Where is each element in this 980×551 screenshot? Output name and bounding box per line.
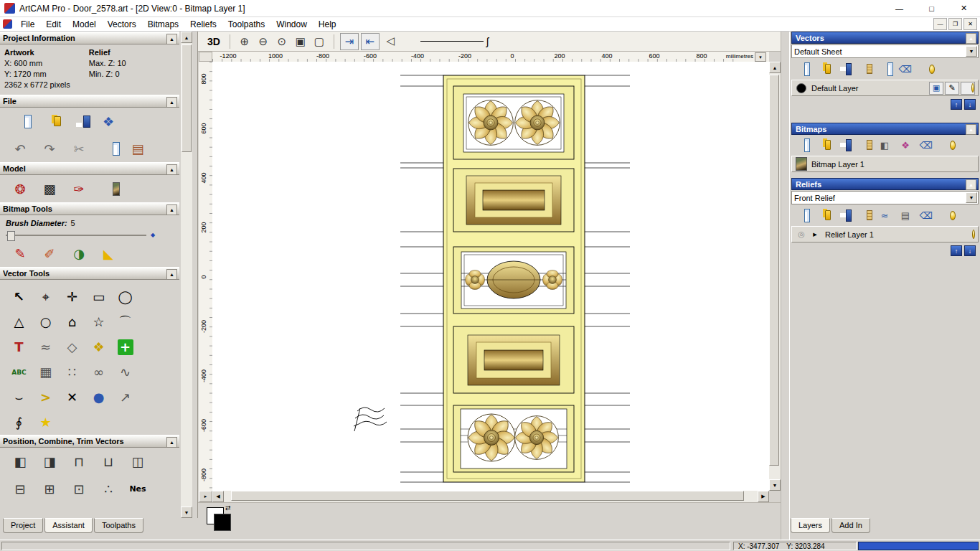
move-layer-up-button[interactable]: ↑ xyxy=(951,245,962,256)
file-section-header[interactable]: File ▲ xyxy=(0,95,179,108)
save-relief-icon[interactable] xyxy=(834,208,852,222)
dropdown-arrow-icon[interactable]: ▼ xyxy=(966,46,977,57)
collapse-bitmaps-button[interactable]: ▲ xyxy=(966,124,976,135)
paint-selective-icon[interactable]: ✐ xyxy=(38,242,61,264)
colour-palette-icon[interactable]: ◑ xyxy=(67,242,90,264)
sculpt-relief-icon[interactable]: ✑ xyxy=(67,178,90,199)
canvas-vertical-scrollbar[interactable]: ▲ ▼ xyxy=(769,62,781,491)
delete-bitmap-layer-icon[interactable]: ⌫ xyxy=(918,138,935,152)
collapse-reliefs-button[interactable]: ▲ xyxy=(966,179,976,190)
snap-prev-icon[interactable]: ⇤ xyxy=(361,33,380,50)
vertical-scroll-thumb[interactable] xyxy=(769,75,779,466)
zoom-objects-icon[interactable]: ▣ xyxy=(292,34,309,50)
mdi-minimize-button[interactable]: — xyxy=(933,18,947,30)
star-wizard-icon[interactable]: ★ xyxy=(32,410,59,435)
greyscale-relief-icon[interactable]: ▩ xyxy=(38,178,61,199)
dropdown-arrow-icon[interactable]: ▼ xyxy=(966,192,977,203)
save-model-icon[interactable] xyxy=(67,110,90,132)
align-top-icon[interactable]: ⊓ xyxy=(67,451,90,472)
tab-project[interactable]: Project xyxy=(3,518,43,533)
paste-icon[interactable] xyxy=(97,138,120,159)
scroll-down-button[interactable]: ▼ xyxy=(181,507,192,518)
text-on-curve-icon[interactable]: ≈ xyxy=(32,334,59,359)
canvas-horizontal-scrollbar[interactable]: ◀ ▶ xyxy=(212,491,769,502)
menu-edit[interactable]: Edit xyxy=(40,18,67,31)
expand-relief-layer-icon[interactable]: ▸ xyxy=(809,229,821,240)
redo-icon[interactable]: ↷ xyxy=(38,138,61,159)
scroll-up-button[interactable]: ▲ xyxy=(181,32,192,43)
combine-union-icon[interactable]: ⊟ xyxy=(9,478,32,499)
create-circle-icon[interactable]: ○ xyxy=(32,309,59,334)
scroll-left-button[interactable]: ◀ xyxy=(212,491,224,502)
fit-curves-icon[interactable]: ∿ xyxy=(112,359,138,385)
menu-toolpaths[interactable]: Toolpaths xyxy=(222,18,270,31)
save-bitmap-icon[interactable] xyxy=(834,138,852,152)
pan-split-button[interactable]: ▸ xyxy=(199,491,212,502)
menu-bitmaps[interactable]: Bitmaps xyxy=(142,18,184,31)
open-relief-icon[interactable] xyxy=(814,208,831,222)
relief-calculate-icon[interactable]: ▤ xyxy=(897,208,914,222)
collapse-vectors-button[interactable]: ▲ xyxy=(966,33,976,44)
sheet-stack-icon[interactable] xyxy=(855,62,872,76)
tab-assistant[interactable]: Assistant xyxy=(44,518,93,533)
vector-layer-visibility-icon[interactable] xyxy=(961,82,975,95)
relief-preview-icon[interactable] xyxy=(97,178,120,199)
join-vectors-icon[interactable]: ⌣ xyxy=(6,385,32,410)
tab-toolpaths[interactable]: Toolpaths xyxy=(94,518,143,533)
extrude-sphere-icon[interactable]: ● xyxy=(85,385,112,410)
create-text-icon[interactable]: T xyxy=(6,334,32,359)
vertical-scroll-track[interactable] xyxy=(769,73,781,479)
collapse-position-button[interactable]: ▲ xyxy=(166,437,177,448)
new-relief-layer-icon[interactable] xyxy=(793,208,810,222)
create-star-icon[interactable]: ☆ xyxy=(85,309,112,334)
menu-help[interactable]: Help xyxy=(313,18,342,31)
brush-slider-thumb[interactable] xyxy=(7,231,15,241)
snap-next-icon[interactable]: ⇥ xyxy=(340,33,359,50)
invert-relief-icon[interactable]: ❂ xyxy=(9,178,32,199)
collapse-model-button[interactable]: ▲ xyxy=(166,164,177,175)
notes-icon[interactable]: ▤ xyxy=(126,138,149,159)
ruler-units-dropdown[interactable]: ▼ xyxy=(755,52,766,62)
dot-pattern-icon[interactable]: ∷ xyxy=(59,359,85,385)
adjust-bitmap-icon[interactable]: ◧ xyxy=(876,138,893,152)
flood-fill-icon[interactable]: ◣ xyxy=(97,242,120,264)
bitmap-stack-icon[interactable] xyxy=(855,138,872,152)
select-vectors-icon[interactable]: ↖ xyxy=(6,284,32,309)
layer-colour-swatch[interactable] xyxy=(795,83,808,94)
node-editing-icon[interactable]: ⌖ xyxy=(32,284,59,309)
assistant-scrollbar[interactable]: ▲ ▼ xyxy=(181,32,192,518)
bitmaps-header[interactable]: Bitmaps ▲ xyxy=(791,123,979,135)
trim-vectors-icon[interactable]: ✕ xyxy=(59,385,85,410)
combine-intersect-icon[interactable]: ⊡ xyxy=(67,478,90,499)
maximize-button[interactable]: □ xyxy=(915,0,948,17)
project-information-header[interactable]: Project Information ▲ xyxy=(0,32,179,44)
horizontal-scroll-track[interactable] xyxy=(224,491,758,502)
open-vectors-icon[interactable] xyxy=(814,62,831,76)
export-model-icon[interactable]: ❖ xyxy=(97,110,120,132)
toggle-3d-view-button[interactable]: 3D xyxy=(204,35,224,48)
move-layer-down-button[interactable]: ↓ xyxy=(964,99,976,110)
merge-vectors-icon[interactable]: + xyxy=(112,334,138,359)
create-arc-icon[interactable]: ⌒ xyxy=(112,309,138,334)
collapse-project-information-button[interactable]: ▲ xyxy=(166,34,177,44)
zoom-out-icon[interactable]: ⊖ xyxy=(255,34,272,50)
new-bitmap-layer-icon[interactable] xyxy=(793,138,810,152)
align-centre-icon[interactable]: ◫ xyxy=(126,451,149,472)
undo-icon[interactable]: ↶ xyxy=(9,138,32,159)
convert-text-icon[interactable]: ABC xyxy=(6,359,32,385)
menu-model[interactable]: Model xyxy=(67,18,102,31)
tab-layers[interactable]: Layers xyxy=(791,518,830,533)
section-icon[interactable]: ∮ xyxy=(6,410,32,435)
scrollbar-thumb[interactable] xyxy=(182,44,192,152)
edit-layer-icon[interactable]: ✎ xyxy=(945,82,959,95)
zoom-in-icon[interactable]: ⊕ xyxy=(236,34,253,50)
align-bottom-icon[interactable]: ⊔ xyxy=(97,451,120,472)
offset-vectors-icon[interactable]: ◇ xyxy=(59,334,85,359)
measure-icon[interactable]: ∞ xyxy=(85,359,112,385)
vector-tools-header[interactable]: Vector Tools ▲ xyxy=(0,267,179,280)
move-layer-up-button[interactable]: ↑ xyxy=(951,99,962,110)
menu-vectors[interactable]: Vectors xyxy=(102,18,142,31)
combine-subtract-icon[interactable]: ⊞ xyxy=(38,478,61,499)
snap-to-layer-icon[interactable]: ▣ xyxy=(929,82,943,95)
open-model-icon[interactable] xyxy=(38,110,61,132)
